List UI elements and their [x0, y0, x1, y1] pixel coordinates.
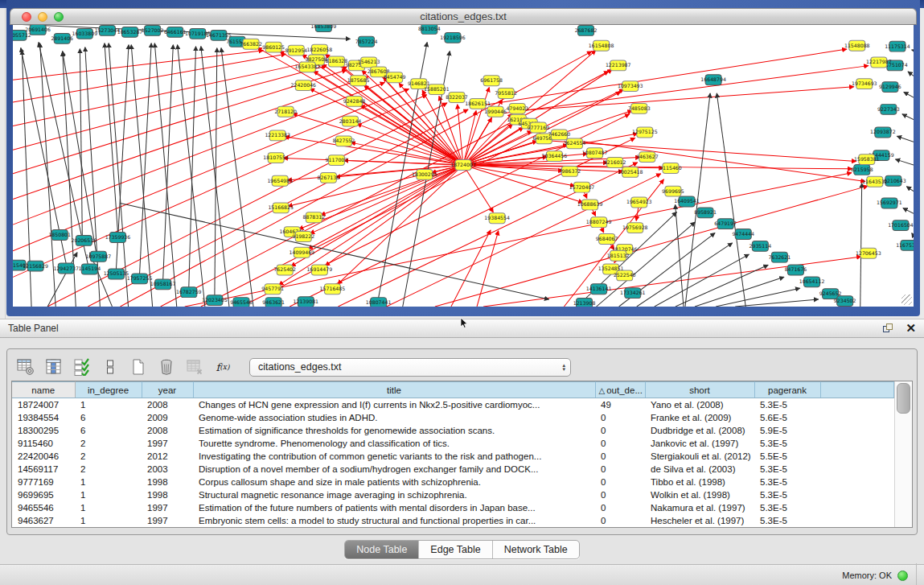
table-cell[interactable]: Changes of HCN gene expression and I(f) … — [193, 398, 595, 411]
graph-node[interactable]: 1546213 — [358, 57, 380, 68]
graph-node[interactable]: 8215958 — [851, 165, 873, 175]
table-cell[interactable]: de Silva et al. (2003) — [645, 463, 754, 476]
table-cell[interactable] — [820, 424, 894, 437]
tab-network-table[interactable]: Network Table — [493, 541, 579, 558]
graph-node[interactable]: 6961758 — [480, 76, 503, 86]
table-cell[interactable]: 1997 — [142, 501, 193, 514]
table-cell[interactable]: 49 — [595, 398, 645, 411]
graph-node[interactable]: 12975125 — [632, 127, 658, 138]
table-cell[interactable]: 0 — [595, 424, 645, 437]
graph-node[interactable]: 16154808 — [589, 40, 614, 51]
table-cell[interactable] — [820, 488, 894, 501]
graph-node[interactable]: 19734693 — [852, 79, 877, 89]
graph-node[interactable]: 9860125 — [262, 42, 285, 52]
table-cell[interactable]: 0 — [595, 450, 645, 463]
table-cell[interactable]: Disruption of a novel member of a sodium… — [193, 463, 595, 476]
table-cell[interactable]: 18724007 — [12, 398, 75, 411]
table-cell[interactable]: 1 — [75, 476, 142, 488]
table-cell[interactable]: Genome-wide association studies in ADHD. — [193, 411, 595, 424]
graph-node[interactable]: 19218596 — [440, 32, 466, 43]
table-cell[interactable]: Stergiakouli et al. (2012) — [645, 450, 754, 463]
graph-node[interactable]: 10688639 — [577, 200, 603, 210]
tab-edge-table[interactable]: Edge Table — [419, 541, 492, 558]
table-cell[interactable]: 1 — [75, 501, 142, 514]
graph-node[interactable]: 19384554 — [484, 213, 510, 224]
graph-node[interactable]: 11548088 — [844, 40, 870, 51]
table-row[interactable]: 2242004622012Investigating the contribut… — [12, 450, 894, 463]
graph-node[interactable]: 9198222 — [292, 232, 314, 242]
graph-node[interactable]: 12505135 — [104, 269, 129, 279]
graph-node[interactable]: 7663822 — [240, 39, 262, 49]
table-row[interactable]: 969969511998Structural magnetic resonanc… — [12, 488, 894, 501]
table-row[interactable]: 946362711997Embryonic stem cells: a mode… — [12, 514, 894, 527]
table-cell[interactable]: 6 — [75, 424, 142, 437]
table-cell[interactable]: 5.3E-5 — [754, 463, 820, 476]
graph-node[interactable]: 17016504 — [888, 220, 914, 231]
table-row[interactable]: 946554611997Estimation of the future num… — [12, 501, 894, 514]
table-cell[interactable]: 2 — [75, 437, 142, 450]
table-cell[interactable]: 1 — [75, 514, 142, 527]
graph-node[interactable]: 15720407 — [569, 182, 595, 192]
table-cell[interactable]: Wolkin et al. (1998) — [645, 488, 754, 501]
graph-node[interactable]: 2687682 — [575, 25, 598, 35]
column-header-title[interactable]: title — [193, 382, 595, 398]
graph-node[interactable]: 1527002 — [142, 25, 164, 35]
graph-node[interactable]: 1850801 — [48, 230, 71, 241]
window-resize-grip-icon[interactable] — [901, 295, 912, 305]
graph-node[interactable]: 10975887 — [86, 251, 112, 262]
table-cell[interactable] — [820, 411, 894, 424]
graph-node[interactable]: 6479197 — [714, 219, 737, 229]
graph-node[interactable]: 12213987 — [606, 60, 631, 71]
table-cell[interactable]: Estimation of significance thresholds fo… — [193, 424, 595, 437]
table-cell[interactable]: 0 — [595, 488, 645, 501]
table-cell[interactable]: 0 — [595, 476, 645, 488]
table-cell[interactable]: 9699695 — [12, 488, 75, 501]
graph-node[interactable]: 9115460 — [659, 163, 682, 174]
new-column-icon[interactable] — [129, 357, 148, 377]
graph-node[interactable]: 18626151 — [465, 98, 491, 109]
table-cell[interactable]: 1998 — [142, 476, 193, 488]
graph-node[interactable]: 18226058 — [307, 44, 333, 55]
graph-node[interactable]: 11675315 — [896, 240, 914, 250]
graph-node[interactable]: 1875685 — [347, 76, 370, 86]
table-cell[interactable]: 9115460 — [12, 437, 75, 450]
table-cell[interactable]: 2003 — [142, 463, 193, 476]
column-chooser-icon[interactable] — [101, 357, 120, 377]
table-cell[interactable]: 18300295 — [12, 424, 75, 437]
table-cell[interactable]: 5.3E-5 — [754, 476, 820, 488]
close-panel-icon[interactable]: ✕ — [906, 323, 916, 334]
table-cell[interactable]: Structural magnetic resonance image aver… — [193, 488, 595, 501]
table-cell[interactable]: 22420046 — [12, 450, 75, 463]
graph-node[interactable]: 3624554 — [564, 138, 586, 149]
graph-node[interactable]: 9242848 — [343, 96, 366, 106]
graph-node[interactable]: 6466161 — [164, 27, 187, 37]
graph-node[interactable]: 2718120 — [274, 106, 297, 117]
graph-node[interactable]: 19756928 — [622, 223, 648, 233]
table-cell[interactable]: 9463627 — [12, 514, 75, 527]
graph-node[interactable]: 10025418 — [618, 167, 643, 177]
table-cell[interactable]: 1 — [75, 488, 142, 501]
graph-node[interactable]: 17957255 — [127, 274, 153, 284]
graph-node[interactable]: 12156829 — [23, 261, 48, 271]
table-cell[interactable] — [820, 450, 894, 463]
graph-node[interactable]: 16782759 — [176, 287, 202, 298]
table-row[interactable]: 1830029562008Estimation of significance … — [12, 424, 894, 437]
graph-node[interactable]: 19654985 — [267, 175, 293, 186]
table-cell[interactable]: 14569117 — [12, 463, 75, 476]
graph-node[interactable]: 17334261 — [620, 288, 646, 299]
table-cell[interactable]: 0 — [595, 437, 645, 450]
table-cell[interactable]: 1998 — [142, 488, 193, 501]
table-cell[interactable]: Tourette syndrome. Phenomenology and cla… — [193, 437, 595, 450]
table-row[interactable]: 1872400712008Changes of HCN gene express… — [12, 398, 894, 411]
table-cell[interactable]: 2 — [75, 463, 142, 476]
graph-node[interactable]: 9465546 — [230, 298, 253, 307]
table-cell[interactable]: Franke et al. (2009) — [645, 411, 754, 424]
table-cell[interactable]: Estimation of the future numbers of pati… — [193, 501, 595, 514]
graph-node[interactable]: 11175314 — [885, 41, 910, 51]
graph-node[interactable]: 8267130 — [318, 172, 340, 183]
function-builder-icon[interactable]: f(x) — [213, 357, 232, 377]
graph-node[interactable]: 16648794 — [700, 75, 726, 85]
column-header-year[interactable]: year — [142, 382, 193, 398]
graph-node[interactable]: 7485083 — [628, 103, 651, 113]
column-header-in-degree[interactable]: in_degree — [75, 382, 142, 398]
